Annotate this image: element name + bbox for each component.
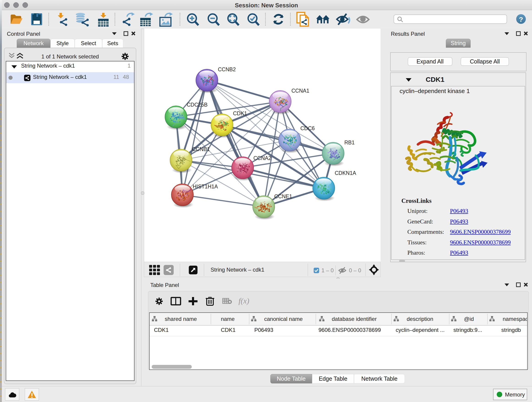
svg-text:CDC25B: CDC25B (187, 102, 208, 108)
svg-text:CCNB1: CCNB1 (192, 146, 210, 152)
svg-text:CCNA1: CCNA1 (291, 88, 309, 94)
svg-text:CDK1: CDK1 (233, 110, 247, 116)
svg-text:CCNE1: CCNE1 (274, 193, 292, 199)
svg-text:CCNA2: CCNA2 (253, 155, 271, 161)
svg-text:CDC6: CDC6 (300, 125, 315, 131)
svg-text:CDKN1A: CDKN1A (335, 170, 356, 176)
svg-text:CCNB2: CCNB2 (218, 66, 236, 72)
svg-text:RB1: RB1 (344, 140, 355, 146)
svg-text:HIST1H1A: HIST1H1A (193, 184, 218, 190)
